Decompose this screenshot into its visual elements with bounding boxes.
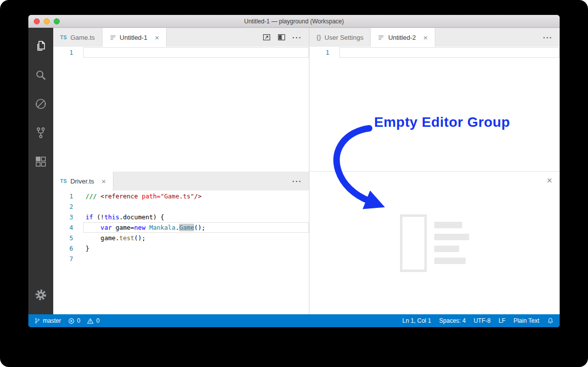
titlebar: Untitled-1 — playground (Workspace) [28,15,560,28]
status-bar: master00 Ln 1, Col 1Spaces: 4UTF-8LFPlai… [28,314,560,327]
code-token: Game [179,224,194,231]
code-line: 1/// <reference path="Game.ts"/> [53,191,309,201]
more-actions-button[interactable]: ··· [293,34,302,41]
branch-icon [34,317,40,324]
code-token: (); [134,234,146,242]
minimize-window-button[interactable] [44,18,50,24]
bell-icon [547,317,554,324]
line-content: if (!this.document) { [83,212,309,222]
status-label: Spaces: 4 [439,317,466,324]
tab-game-ts[interactable]: TSGame.ts [53,28,102,47]
eol[interactable]: LF [498,317,505,324]
line-content: /// <reference path="Game.ts"/> [83,191,309,201]
tab-label: User Settings [324,34,363,41]
code-line: 4 var game=new Mankala.Game(); [53,222,309,233]
status-label: 0 [77,317,81,324]
code-token: /// [86,192,100,200]
search-icon[interactable] [28,61,53,90]
status-label: Ln 1, Col 1 [402,317,431,324]
code-token: this [104,213,119,221]
tab-untitled-1[interactable]: Untitled-1× [102,28,167,47]
toggle-layout-button[interactable] [278,33,286,41]
tab-user-settings[interactable]: {}User Settings [309,28,371,47]
line-content: } [83,243,309,254]
warning-count[interactable]: 0 [87,317,99,324]
close-tab-button[interactable]: × [155,34,159,41]
notifications-bell-icon[interactable] [547,317,554,324]
activity-bar [28,28,53,314]
editor-group-top-right: {}User SettingsUntitled-2× ··· 1 [309,28,560,172]
status-label: UTF-8 [474,317,490,324]
code-token: Mankala [149,224,176,231]
watermark-bars-shape [434,222,469,264]
file-icon [378,34,385,41]
cursor-position[interactable]: Ln 1, Col 1 [402,317,431,324]
source-control-icon[interactable] [28,118,53,147]
line-number: 6 [53,243,83,254]
code-token: (! [93,213,104,221]
more-actions-button[interactable]: ··· [293,178,302,185]
window-title: Untitled-1 — playground (Workspace) [244,18,344,25]
close-window-button[interactable] [34,18,40,24]
screenshot-canvas: Untitled-1 — playground (Workspace) TSGa… [0,0,588,367]
editor-untitled-2[interactable]: 1 [309,47,560,171]
explorer-icon[interactable] [28,32,53,61]
tab-label: Untitled-2 [388,34,416,41]
tab-bar: TSDriver.ts× ··· [53,172,309,190]
warning-icon [87,318,94,324]
code-line: 6} [53,243,309,254]
editor-area: TSGame.tsUntitled-1× ··· 1 TSDriver.ts× … [53,28,560,314]
indentation[interactable]: Spaces: 4 [439,317,466,324]
line-content [339,47,560,58]
watermark-page-shape [400,214,427,272]
settings-gear-icon[interactable] [28,280,53,309]
code-token: game= [112,224,134,231]
encoding[interactable]: UTF-8 [474,317,490,324]
debug-icon[interactable] [28,90,53,118]
status-label: 0 [96,317,99,324]
editor-driver-ts[interactable]: 1/// <reference path="Game.ts"/>23if (!t… [53,190,309,314]
traffic-lights [34,15,60,27]
tab-driver-ts[interactable]: TSDriver.ts× [53,172,113,190]
line-number: 2 [53,201,83,212]
line-number: 1 [53,191,83,201]
code-token: path= [142,192,161,200]
code-line: 3if (!this.document) { [53,212,309,222]
line-content [83,47,309,58]
git-branch[interactable]: master [34,317,61,324]
status-label: Plain Text [513,317,539,324]
line-number: 1 [309,47,339,58]
tab-label: Untitled-1 [120,34,148,41]
code-line: 7 [53,254,309,264]
ts-icon: TS [60,179,67,184]
code-token: test [119,234,134,242]
vscode-window: Untitled-1 — playground (Workspace) TSGa… [28,15,560,327]
close-tab-button[interactable]: × [101,178,106,185]
tab-untitled-2[interactable]: Untitled-2× [371,28,435,47]
code-token: (); [194,224,205,231]
editor-untitled-1[interactable]: 1 [53,47,309,172]
empty-editor-group[interactable]: × [309,172,560,314]
close-tab-button[interactable]: × [423,34,428,41]
line-content [83,254,309,264]
editor-column-left: TSGame.tsUntitled-1× ··· 1 TSDriver.ts× … [53,28,309,314]
status-label: master [43,317,61,324]
editor-group-bottom-left: TSDriver.ts× ··· 1/// <reference path="G… [53,172,309,314]
tab-label: Driver.ts [70,178,94,185]
code-line: 1 [309,47,560,58]
code-line: 2 [53,201,309,212]
code-token: <reference [100,192,142,200]
code-token: if [86,213,93,221]
code-token: new [134,224,146,231]
zoom-window-button[interactable] [54,18,60,24]
line-content: game.test(); [83,233,309,243]
language-mode[interactable]: Plain Text [513,317,539,324]
line-number: 5 [53,233,83,243]
code-token [145,224,149,231]
extensions-icon[interactable] [28,147,53,176]
more-actions-button[interactable]: ··· [543,34,553,41]
split-editor-button[interactable] [263,33,271,41]
error-count[interactable]: 0 [68,317,81,324]
tab-label: Game.ts [70,34,95,41]
code-token: "Game.ts" [161,192,195,200]
